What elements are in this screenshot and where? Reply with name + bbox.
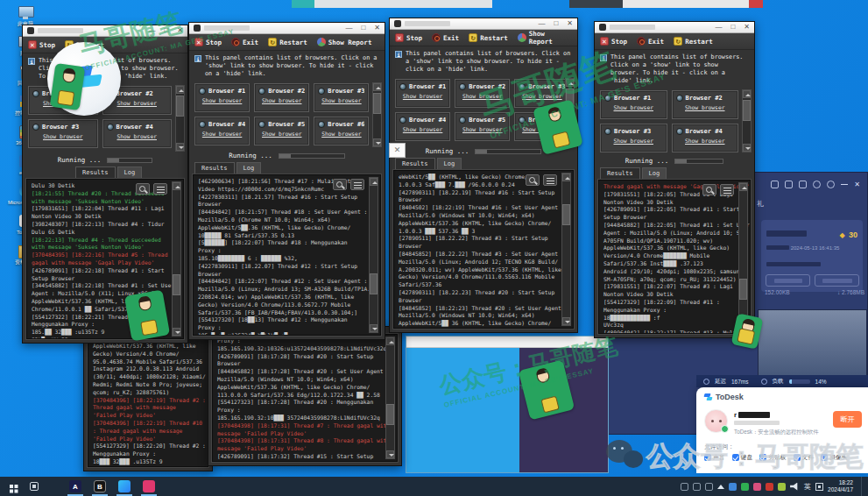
log-search-icon[interactable] <box>702 184 716 195</box>
scroll-down-arrow[interactable] <box>373 138 381 146</box>
tab[interactable]: Log <box>437 158 462 170</box>
scroll-down-arrow[interactable] <box>173 328 180 336</box>
show-browser-link[interactable]: Show browser <box>43 133 83 139</box>
show-browser-link[interactable]: Show browser <box>462 93 503 99</box>
toolbar-button[interactable]: Show Report <box>317 38 372 46</box>
tray-icon[interactable] <box>766 483 773 491</box>
toolbar-button[interactable]: Restart <box>674 37 713 46</box>
permission-checkbox[interactable] <box>794 454 801 461</box>
close-button[interactable]: ✕ <box>567 20 573 27</box>
close-button[interactable]: ✕ <box>854 181 860 188</box>
maximize-button[interactable]: □ <box>164 27 168 34</box>
popup-close-button[interactable]: ✕ <box>389 143 406 158</box>
show-browser-link[interactable]: Show browser <box>262 97 302 103</box>
log-search-icon[interactable] <box>333 179 347 190</box>
scrollbar-thumb[interactable] <box>739 279 747 300</box>
tray-icon[interactable] <box>729 483 737 491</box>
input-language-indicator[interactable]: 英 <box>804 482 811 492</box>
log-scrollbar[interactable] <box>385 337 395 459</box>
show-browser-link[interactable]: Show browser <box>403 93 443 99</box>
titlebar[interactable]: — □ ✕ <box>23 25 187 37</box>
tray-icon[interactable] <box>693 483 701 491</box>
show-browser-link[interactable]: Show browser <box>685 104 725 110</box>
show-browser-link[interactable]: Show browser <box>202 131 243 137</box>
tray-icon[interactable] <box>753 483 761 491</box>
titlebar[interactable]: — □ ✕ <box>189 23 385 34</box>
log-menu-icon[interactable] <box>543 174 557 186</box>
tray-icon[interactable] <box>790 483 800 491</box>
scroll-up-arrow[interactable] <box>566 79 574 87</box>
log-search-icon[interactable] <box>136 183 150 195</box>
scroll-up-arrow[interactable] <box>173 182 180 190</box>
show-browser-link[interactable]: Show browser <box>462 126 503 132</box>
log-scrollbar[interactable] <box>369 177 378 333</box>
tab[interactable]: Results <box>395 158 435 170</box>
toolbar-button[interactable]: Exit <box>432 33 459 42</box>
show-browser-link[interactable]: Show browser <box>522 93 562 99</box>
titlebar[interactable]: — □ ✕ <box>595 22 754 33</box>
toolbar-button[interactable]: Exit <box>231 38 258 46</box>
taskbar-app[interactable]: B <box>88 477 112 496</box>
browser-list-scrollbar[interactable] <box>372 82 382 147</box>
tab[interactable]: Log <box>236 162 262 174</box>
taskbar-app[interactable] <box>137 477 161 496</box>
log-menu-icon[interactable] <box>153 183 167 195</box>
scrollbar-thumb[interactable] <box>173 274 180 295</box>
scrollbar-thumb[interactable] <box>743 100 751 121</box>
scroll-up-arrow[interactable] <box>176 86 184 94</box>
close-button[interactable]: ✕ <box>744 24 750 31</box>
log-search-icon[interactable] <box>526 174 540 186</box>
start-button[interactable] <box>0 477 23 496</box>
browser-list-scrollbar[interactable] <box>742 89 752 152</box>
scrollbar-thumb[interactable] <box>176 96 184 117</box>
scrollbar-thumb[interactable] <box>386 404 394 425</box>
task-view-button[interactable] <box>23 477 46 496</box>
scroll-up-arrow[interactable] <box>386 337 394 345</box>
tray-icon[interactable] <box>778 483 786 491</box>
show-browser-link[interactable]: Show browser <box>202 97 243 103</box>
close-button[interactable]: ✕ <box>374 25 380 32</box>
minimize-button[interactable]: — <box>345 25 352 32</box>
toolbar-button[interactable]: Stop <box>395 33 422 42</box>
scroll-up-arrow[interactable] <box>562 174 570 181</box>
clock[interactable]: 18:22 2024/4/17 <box>828 479 857 493</box>
toolbar-button[interactable]: Restart <box>268 38 307 46</box>
tool-icon-2[interactable] <box>785 181 793 188</box>
disconnect-button[interactable]: 断开 <box>833 411 862 428</box>
scroll-down-arrow[interactable] <box>562 317 570 325</box>
show-browser-link[interactable]: Show browser <box>117 133 158 139</box>
maximize-button[interactable]: □ <box>554 20 558 27</box>
log-menu-icon[interactable] <box>350 179 364 190</box>
scroll-up-arrow[interactable] <box>743 90 751 98</box>
tray-icon[interactable] <box>717 485 724 489</box>
titlebar[interactable]: — □ ✕ <box>390 18 577 30</box>
close-button[interactable]: ✕ <box>177 27 183 34</box>
tab[interactable]: Log <box>117 167 143 179</box>
tray-icon[interactable] <box>681 483 688 491</box>
tab[interactable]: Results <box>600 167 640 180</box>
tab[interactable]: Log <box>642 167 667 180</box>
show-browser-link[interactable]: Show browser <box>403 126 443 132</box>
browser-list-scrollbar[interactable] <box>175 85 185 152</box>
toolbar-button[interactable]: Stop <box>600 37 627 46</box>
show-browser-link[interactable]: Show browser <box>117 100 158 106</box>
permission-checkbox[interactable] <box>759 454 766 461</box>
scrollbar-thumb[interactable] <box>370 273 378 294</box>
scrollbar-thumb[interactable] <box>373 93 381 114</box>
scroll-down-arrow[interactable] <box>370 324 378 332</box>
tool-icon-5[interactable] <box>827 181 835 188</box>
viewer-titlebar[interactable] <box>406 337 608 348</box>
tab[interactable]: Results <box>194 162 235 174</box>
show-browser-link[interactable]: Show browser <box>262 131 302 137</box>
tab[interactable]: Results <box>75 167 116 179</box>
toolbar-button[interactable]: Stop <box>28 40 55 49</box>
help-button[interactable] <box>815 274 859 287</box>
toolbar-button[interactable]: Stop <box>194 38 222 46</box>
minimize-button[interactable] <box>841 184 848 185</box>
taskbar-app[interactable] <box>112 477 137 496</box>
scroll-down-arrow[interactable] <box>743 144 751 152</box>
toolbar-button[interactable]: Exit <box>637 37 664 46</box>
log-scrollbar[interactable] <box>172 181 181 337</box>
show-browser-link[interactable]: Show browser <box>685 138 725 144</box>
log-scrollbar[interactable] <box>561 173 571 326</box>
